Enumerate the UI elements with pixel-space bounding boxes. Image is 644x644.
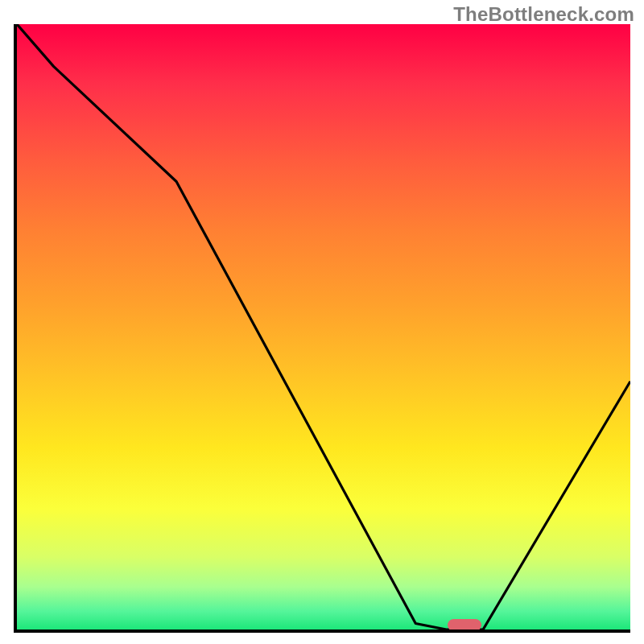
plot-area (14, 24, 630, 633)
watermark-text: TheBottleneck.com (453, 3, 634, 26)
optimal-point-marker (448, 619, 481, 631)
chart-wrapper: TheBottleneck.com (0, 0, 644, 644)
heatmap-gradient-background (17, 24, 630, 630)
